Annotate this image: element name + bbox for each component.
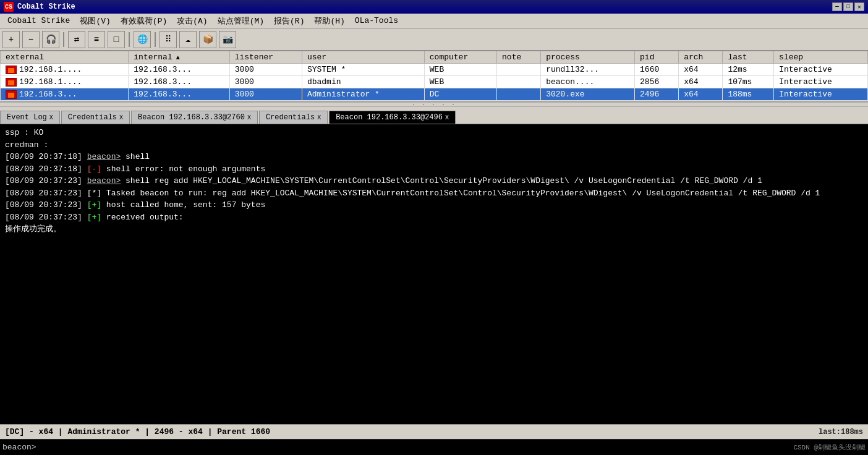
tab-credentials[interactable]: CredentialsX [61, 111, 130, 124]
app-icon: CS [4, 2, 14, 12]
statusbar-left: [DC] - x64 | Administrator * | 2496 - x6… [5, 427, 270, 436]
minimize-button[interactable]: — [832, 2, 842, 11]
tab-label: Event Log [7, 113, 47, 122]
tab-label: Credentials [266, 113, 315, 122]
toolbar-sep2 [129, 32, 130, 47]
console-line: credman : [5, 139, 863, 151]
col-user[interactable]: user [302, 51, 424, 64]
toolbar-cloud[interactable]: ☁ [179, 31, 197, 48]
menu-site[interactable]: 站点管理(M) [213, 14, 269, 28]
console-line: [08/09 20:37:23] [+] received output: [5, 211, 863, 224]
tab-close-icon[interactable]: X [119, 114, 123, 121]
col-last[interactable]: last [723, 51, 774, 64]
tab-event-log[interactable]: Event LogX [0, 111, 60, 124]
toolbar-share[interactable]: ⇄ [68, 31, 85, 48]
toolbar-sep3 [155, 32, 156, 47]
toolbar-grid[interactable]: ⠿ [160, 31, 177, 48]
console-line: [08/09 20:37:23] [*] Tasked beacon to ru… [5, 187, 863, 200]
toolbar-list[interactable]: ≡ [88, 31, 105, 48]
tab-close-icon[interactable]: X [445, 114, 449, 121]
console-line: ssp : KO [5, 127, 863, 139]
table-row[interactable]: 192.168.1....192.168.3...3000dbadminWEBb… [1, 76, 868, 88]
tab-label: Beacon 192.168.3.33@2760 [138, 113, 245, 122]
window-controls: — □ ✕ [832, 2, 864, 11]
maximize-button[interactable]: □ [843, 2, 853, 11]
col-note[interactable]: note [497, 51, 541, 64]
tab-close-icon[interactable]: X [49, 114, 53, 121]
input-prompt: beacon> [2, 443, 36, 452]
console-area: ssp : KO credman :[08/09 20:37:18] beaco… [0, 124, 868, 424]
col-listener[interactable]: listener [229, 51, 302, 64]
close-button[interactable]: ✕ [854, 2, 864, 11]
col-computer[interactable]: computer [424, 51, 496, 64]
menu-report[interactable]: 报告(R) [269, 14, 309, 28]
splitter[interactable]: · · · · · [0, 102, 868, 107]
table-row[interactable]: 192.168.3...192.168.3...3000Administrato… [1, 88, 868, 101]
tab-label: Credentials [68, 113, 117, 122]
col-sleep[interactable]: sleep [774, 51, 868, 64]
sessions-table: external internal listener user computer… [0, 51, 868, 101]
menu-help[interactable]: 帮助(H) [309, 14, 349, 28]
watermark: CSDN @剁椒鱼头没剁椒 [793, 443, 866, 452]
console-line: [08/09 20:37:23] beacon> shell reg add H… [5, 175, 863, 187]
console-line: 操作成功完成。 [5, 223, 863, 236]
menu-attack[interactable]: 攻击(A) [172, 14, 212, 28]
sessions-panel: external internal listener user computer… [0, 51, 868, 102]
col-external[interactable]: external [1, 51, 129, 64]
statusbar-right: last:188ms [819, 428, 863, 436]
session-icon [6, 78, 17, 87]
col-internal[interactable]: internal [129, 51, 229, 64]
console-line: [08/09 20:37:18] beacon> shell [5, 151, 863, 163]
toolbar-package[interactable]: 📦 [199, 31, 216, 48]
menu-olatools[interactable]: OLa-Tools [350, 15, 403, 27]
menubar: Cobalt Strike 视图(V) 有效载荷(P) 攻击(A) 站点管理(M… [0, 14, 868, 28]
tabbar: Event LogXCredentialsXBeacon 192.168.3.3… [0, 107, 868, 124]
menu-cobaltstrike[interactable]: Cobalt Strike [2, 15, 75, 27]
col-process[interactable]: process [541, 51, 635, 64]
titlebar-title: Cobalt Strike [17, 2, 75, 11]
toolbar-display[interactable]: □ [108, 31, 125, 48]
toolbar-headphone[interactable]: 🎧 [42, 31, 59, 48]
tab-close-icon[interactable]: X [247, 114, 251, 121]
toolbar-add[interactable]: + [2, 31, 20, 48]
col-pid[interactable]: pid [635, 51, 679, 64]
command-input[interactable] [39, 443, 794, 452]
tab-close-icon[interactable]: X [317, 114, 321, 121]
tab-label: Beacon 192.168.3.33@2496 [336, 113, 443, 122]
console-line: [08/09 20:37:18] [-] shell error: not en… [5, 163, 863, 176]
session-icon [6, 90, 17, 99]
tab-beacon-192.168.3.33@2760[interactable]: Beacon 192.168.3.33@2760X [131, 111, 258, 124]
menu-view[interactable]: 视图(V) [75, 14, 115, 28]
toolbar-camera[interactable]: 📷 [219, 31, 236, 48]
col-arch[interactable]: arch [679, 51, 723, 64]
tab-credentials[interactable]: CredentialsX [259, 111, 328, 124]
tab-beacon-192.168.3.33@2496[interactable]: Beacon 192.168.3.33@2496X [329, 111, 456, 124]
statusbar: [DC] - x64 | Administrator * | 2496 - x6… [0, 424, 868, 439]
toolbar-sep1 [63, 32, 64, 47]
console-line: [08/09 20:37:23] [+] host called home, s… [5, 199, 863, 211]
menu-payload[interactable]: 有效载荷(P) [116, 14, 172, 28]
titlebar: CS Cobalt Strike — □ ✕ [0, 0, 868, 14]
toolbar-minus[interactable]: − [22, 31, 40, 48]
inputbar: beacon> CSDN @剁椒鱼头没剁椒 [0, 439, 868, 455]
toolbar-globe[interactable]: 🌐 [134, 31, 151, 48]
toolbar: + − 🎧 ⇄ ≡ □ 🌐 ⠿ ☁ 📦 📷 [0, 28, 868, 51]
table-header-row: external internal listener user computer… [1, 51, 868, 64]
sessions-body: 192.168.1....192.168.3...3000SYSTEM *WEB… [1, 64, 868, 101]
session-icon [6, 66, 17, 74]
table-row[interactable]: 192.168.1....192.168.3...3000SYSTEM *WEB… [1, 64, 868, 76]
